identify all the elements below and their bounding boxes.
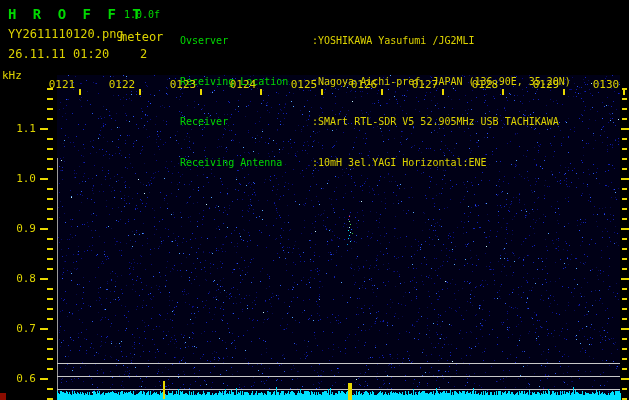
station-info: Ovserver:YOSHIKAWA Yasufumi /JG2MLI Rece…: [180, 7, 571, 196]
info-label: Ovserver: [180, 34, 312, 48]
y-tick-label: 1.1: [0, 122, 36, 135]
hrofft-screenshot: H R O F F T 1.0.0f YY2611110120.png mete…: [0, 0, 629, 400]
x-tick-label: 0125: [290, 78, 318, 91]
app-version: 1.0.0f: [124, 9, 160, 20]
observation-datetime: 26.11.11 01:20: [8, 47, 109, 61]
y-tick-label: 0.8: [0, 272, 36, 285]
x-tick-label: 0127: [411, 78, 439, 91]
info-label: Receiving Antenna: [180, 156, 312, 170]
x-tick-label: 0130: [592, 78, 620, 91]
y-tick-label: 0.7: [0, 322, 36, 335]
x-tick-label: 0121: [48, 78, 76, 91]
echo-count: 2: [140, 47, 147, 61]
y-tick-label: 1.0: [0, 172, 36, 185]
x-tick-label: 0129: [532, 78, 560, 91]
mode-label: meteor: [120, 30, 163, 44]
x-tick-label: 0122: [108, 78, 136, 91]
y-tick-label: 0.9: [0, 222, 36, 235]
y-tick-label: 0.6: [0, 372, 36, 385]
info-value: :10mH 3el.YAGI Horizontal:ENE: [312, 156, 487, 170]
info-value: :YOSHIKAWA Yasufumi /JG2MLI: [312, 34, 475, 48]
x-tick-label: 0126: [350, 78, 378, 91]
x-tick-label: 0123: [169, 78, 197, 91]
y-axis-unit: kHz: [2, 69, 22, 82]
info-row-antenna: Receiving Antenna:10mH 3el.YAGI Horizont…: [180, 156, 571, 170]
x-tick-label: 0128: [471, 78, 499, 91]
info-label: Receiver: [180, 115, 312, 129]
info-row-observer: Ovserver:YOSHIKAWA Yasufumi /JG2MLI: [180, 34, 571, 48]
info-row-receiver: Receiver:SMArt RTL-SDR V5 52.905MHz USB …: [180, 115, 571, 129]
info-value: :SMArt RTL-SDR V5 52.905MHz USB TACHIKAW…: [312, 115, 559, 129]
output-filename: YY2611110120.png: [8, 27, 124, 41]
x-tick-label: 0124: [229, 78, 257, 91]
